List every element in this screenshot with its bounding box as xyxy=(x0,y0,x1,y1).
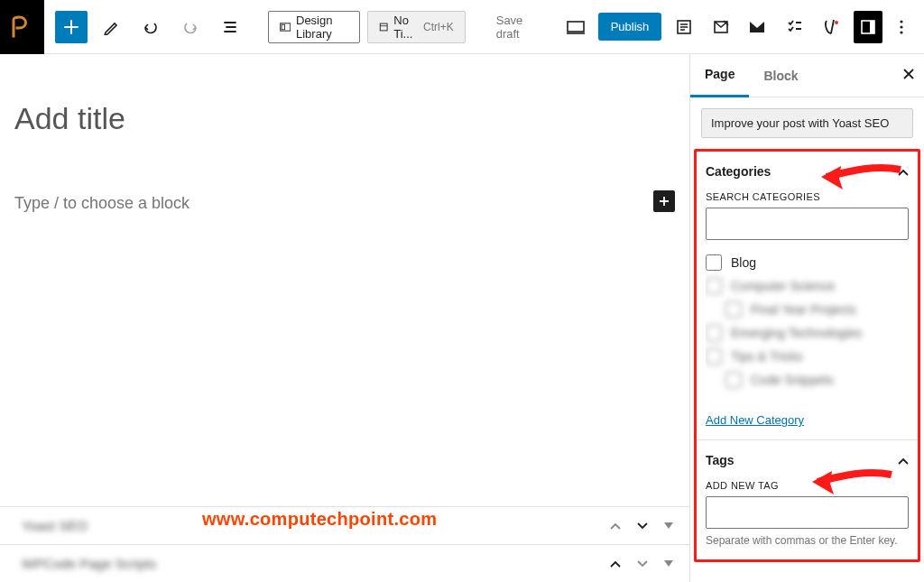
template-label: No Ti... xyxy=(393,14,418,41)
toolbar-center-group: Design Library No Ti... Ctrl+K xyxy=(257,11,476,43)
block-placeholder[interactable]: Type / to choose a block xyxy=(14,194,675,213)
top-toolbar: Design Library No Ti... Ctrl+K Save draf… xyxy=(0,0,924,54)
append-block-button[interactable] xyxy=(653,190,675,212)
svg-rect-8 xyxy=(870,21,874,33)
publish-button[interactable]: Publish xyxy=(598,13,662,41)
category-item[interactable]: Emerging Technologies xyxy=(706,321,898,345)
category-checkbox[interactable] xyxy=(725,372,742,388)
category-checkbox[interactable] xyxy=(706,348,722,365)
redo-button[interactable] xyxy=(174,11,207,43)
metabox-title: WPCode Page Scripts xyxy=(22,556,156,571)
yoast-improve-button[interactable]: Improve your post with Yoast SEO xyxy=(701,108,913,138)
yoast-button[interactable] xyxy=(817,11,846,43)
move-up-icon[interactable] xyxy=(610,519,621,532)
categories-heading: Categories xyxy=(706,164,771,179)
svg-point-9 xyxy=(901,20,903,23)
more-options-button[interactable] xyxy=(890,11,913,43)
undo-button[interactable] xyxy=(134,11,167,43)
search-categories-input[interactable] xyxy=(706,208,909,240)
svg-point-10 xyxy=(901,25,903,28)
metabox-area: Yoast SEO WPCode Page Scripts xyxy=(0,506,689,582)
sidebar-tabs: Page Block xyxy=(690,54,924,97)
metabox-title: Yoast SEO xyxy=(22,518,88,533)
category-checkbox[interactable] xyxy=(706,254,722,271)
toolbar-left-group xyxy=(44,11,257,43)
template-select-button[interactable]: No Ti... Ctrl+K xyxy=(367,11,466,43)
sidebar-body: Improve your post with Yoast SEO Categor… xyxy=(690,97,924,582)
editor-canvas: Add title Type / to choose a block xyxy=(0,54,689,582)
tag-help-text: Separate with commas or the Enter key. xyxy=(706,534,909,547)
mail-button[interactable] xyxy=(743,11,772,43)
tags-heading: Tags xyxy=(706,453,735,467)
chevron-up-icon xyxy=(898,165,909,179)
category-item[interactable]: Computer Science xyxy=(706,274,898,298)
settings-sidebar: Page Block Improve your post with Yoast … xyxy=(689,54,924,582)
tags-panel: Tags ADD NEW TAG Separate with commas or… xyxy=(697,439,918,559)
svg-rect-3 xyxy=(568,22,584,32)
checklist-button[interactable] xyxy=(780,11,809,43)
toggle-icon[interactable] xyxy=(664,557,673,570)
toolbar-right-group: Save draft Publish xyxy=(476,11,924,43)
document-overview-button[interactable] xyxy=(214,11,246,43)
close-sidebar-button[interactable] xyxy=(902,66,915,85)
post-title-input[interactable]: Add title xyxy=(14,97,675,140)
edit-toggle-button[interactable] xyxy=(95,11,127,43)
category-item[interactable]: Code Snippets xyxy=(706,368,898,392)
category-checkbox[interactable] xyxy=(706,325,722,341)
tab-page[interactable]: Page xyxy=(690,54,749,97)
add-tag-label: ADD NEW TAG xyxy=(706,480,909,491)
design-library-button[interactable]: Design Library xyxy=(268,11,360,43)
move-up-icon[interactable] xyxy=(610,557,621,570)
category-label: Code Snippets xyxy=(751,373,834,387)
site-logo[interactable] xyxy=(0,0,44,54)
category-label: Emerging Technologies xyxy=(731,326,862,340)
category-item[interactable]: Blog xyxy=(706,251,898,274)
svg-rect-2 xyxy=(380,23,387,31)
design-library-label: Design Library xyxy=(296,14,348,41)
category-label: Tips & Tricks xyxy=(731,349,803,364)
category-label: Computer Science xyxy=(731,279,835,293)
category-item[interactable]: Tips & Tricks xyxy=(706,345,898,368)
svg-rect-1 xyxy=(282,24,284,30)
category-checkbox[interactable] xyxy=(706,278,722,294)
toggle-icon[interactable] xyxy=(664,519,673,532)
categories-panel-toggle[interactable]: Categories xyxy=(697,152,918,191)
block-placeholder-text: Type / to choose a block xyxy=(14,194,189,212)
search-categories-label: SEARCH CATEGORIES xyxy=(706,191,909,202)
tab-block[interactable]: Block xyxy=(749,54,812,97)
wpforms-button[interactable] xyxy=(706,11,735,43)
svg-point-6 xyxy=(835,21,838,24)
metabox-row[interactable]: Yoast SEO xyxy=(0,506,689,544)
metabox-controls xyxy=(610,557,673,570)
tags-body: ADD NEW TAG Separate with commas or the … xyxy=(697,480,918,559)
add-tag-input[interactable] xyxy=(706,496,909,529)
metabox-row[interactable]: WPCode Page Scripts xyxy=(0,544,689,582)
chevron-up-icon xyxy=(898,454,909,467)
template-shortcut: Ctrl+K xyxy=(423,21,454,33)
tags-panel-toggle[interactable]: Tags xyxy=(697,440,918,480)
preview-button[interactable] xyxy=(561,11,591,43)
categories-body: SEARCH CATEGORIES BlogComputer ScienceFi… xyxy=(697,191,918,439)
move-down-icon[interactable] xyxy=(637,557,648,570)
categories-panel: Categories SEARCH CATEGORIES BlogCompute… xyxy=(697,152,918,439)
svg-point-11 xyxy=(901,31,903,33)
category-item[interactable]: Final Year Projects xyxy=(706,298,898,321)
category-checkbox[interactable] xyxy=(725,301,742,318)
category-list[interactable]: BlogComputer ScienceFinal Year ProjectsE… xyxy=(706,251,909,402)
move-down-icon[interactable] xyxy=(637,519,648,532)
add-category-link[interactable]: Add New Category xyxy=(706,413,804,427)
annotation-highlight: Categories SEARCH CATEGORIES BlogCompute… xyxy=(694,149,920,562)
aioseo-button[interactable] xyxy=(669,11,698,43)
add-block-button[interactable] xyxy=(55,11,88,43)
category-label: Final Year Projects xyxy=(751,302,856,317)
save-draft-button[interactable]: Save draft xyxy=(487,14,554,41)
metabox-controls xyxy=(610,519,673,532)
settings-sidebar-toggle[interactable] xyxy=(854,11,883,43)
category-label: Blog xyxy=(731,255,756,270)
